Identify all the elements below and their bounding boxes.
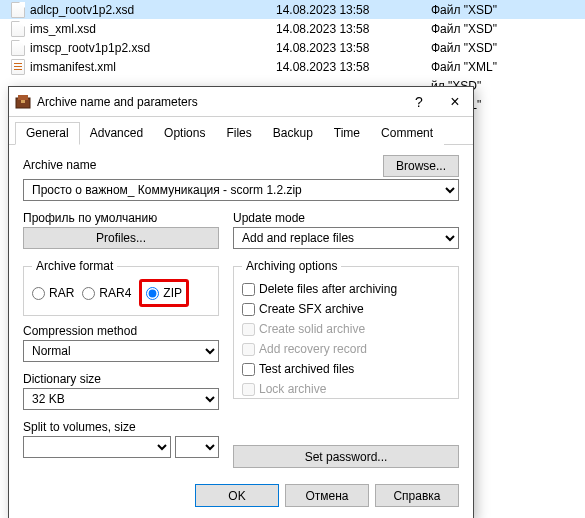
update-mode-select[interactable]: Add and replace files bbox=[233, 227, 459, 249]
file-date: 14.08.2023 13:58 bbox=[276, 22, 431, 36]
archive-dialog: Archive name and parameters ? × GeneralA… bbox=[8, 86, 474, 518]
profile-label: Профиль по умолчанию bbox=[23, 211, 219, 225]
file-type: Файл "XSD" bbox=[431, 41, 585, 55]
tab-files[interactable]: Files bbox=[215, 122, 262, 145]
opt-recovery: Add recovery record bbox=[242, 339, 450, 359]
set-password-button[interactable]: Set password... bbox=[233, 445, 459, 468]
file-type: Файл "XSD" bbox=[431, 3, 585, 17]
format-rar4[interactable]: RAR4 bbox=[82, 283, 131, 303]
split-label: Split to volumes, size bbox=[23, 420, 219, 434]
split-unit-select[interactable]: B bbox=[175, 436, 219, 458]
file-name: imsmanifest.xml bbox=[26, 60, 276, 74]
file-date: 14.08.2023 13:58 bbox=[276, 60, 431, 74]
format-rar[interactable]: RAR bbox=[32, 283, 74, 303]
profiles-button[interactable]: Profiles... bbox=[23, 227, 219, 249]
tab-comment[interactable]: Comment bbox=[370, 122, 444, 145]
format-zip-highlight: ZIP bbox=[139, 279, 189, 307]
xsd-file-icon bbox=[11, 40, 25, 56]
split-size-combo[interactable] bbox=[23, 436, 171, 458]
opt-solid: Create solid archive bbox=[242, 319, 450, 339]
svg-rect-1 bbox=[18, 95, 28, 100]
xsd-file-icon bbox=[11, 2, 25, 18]
dialog-title: Archive name and parameters bbox=[37, 95, 401, 109]
file-type: Файл "XSD" bbox=[431, 22, 585, 36]
tab-general[interactable]: General bbox=[15, 122, 80, 145]
compression-label: Compression method bbox=[23, 324, 219, 338]
opt-sfx[interactable]: Create SFX archive bbox=[242, 299, 450, 319]
file-type: Файл "XML" bbox=[431, 60, 585, 74]
dialog-footer: OK Отмена Справка bbox=[9, 474, 473, 518]
compression-select[interactable]: Normal bbox=[23, 340, 219, 362]
update-mode-label: Update mode bbox=[233, 211, 459, 225]
help-button[interactable]: ? bbox=[401, 87, 437, 116]
tab-options[interactable]: Options bbox=[153, 122, 216, 145]
xml-file-icon bbox=[11, 59, 25, 75]
xsd-file-icon bbox=[11, 21, 25, 37]
opt-test[interactable]: Test archived files bbox=[242, 359, 450, 379]
file-date: 14.08.2023 13:58 bbox=[276, 41, 431, 55]
archive-name-label: Archive name bbox=[23, 158, 96, 172]
app-icon bbox=[15, 94, 31, 110]
dictionary-select[interactable]: 32 KB bbox=[23, 388, 219, 410]
file-row[interactable]: imscp_rootv1p1p2.xsd14.08.2023 13:58Файл… bbox=[0, 38, 585, 57]
archive-format-group: Archive format RAR RAR4 ZIP bbox=[23, 259, 219, 316]
archiving-options-group: Archiving options Delete files after arc… bbox=[233, 259, 459, 399]
tab-advanced[interactable]: Advanced bbox=[79, 122, 154, 145]
cancel-button[interactable]: Отмена bbox=[285, 484, 369, 507]
file-name: adlcp_rootv1p2.xsd bbox=[26, 3, 276, 17]
dictionary-label: Dictionary size bbox=[23, 372, 219, 386]
ok-button[interactable]: OK bbox=[195, 484, 279, 507]
file-row[interactable]: adlcp_rootv1p2.xsd14.08.2023 13:58Файл "… bbox=[0, 0, 585, 19]
tab-backup[interactable]: Backup bbox=[262, 122, 324, 145]
opt-lock: Lock archive bbox=[242, 379, 450, 399]
help-footer-button[interactable]: Справка bbox=[375, 484, 459, 507]
tab-time[interactable]: Time bbox=[323, 122, 371, 145]
opt-delete[interactable]: Delete files after archiving bbox=[242, 279, 450, 299]
file-name: imscp_rootv1p1p2.xsd bbox=[26, 41, 276, 55]
file-date: 14.08.2023 13:58 bbox=[276, 3, 431, 17]
tab-strip: GeneralAdvancedOptionsFilesBackupTimeCom… bbox=[9, 117, 473, 145]
archive-format-legend: Archive format bbox=[32, 259, 117, 273]
browse-button[interactable]: Browse... bbox=[383, 155, 459, 177]
format-zip[interactable]: ZIP bbox=[146, 283, 182, 303]
title-bar: Archive name and parameters ? × bbox=[9, 87, 473, 117]
file-row[interactable]: ims_xml.xsd14.08.2023 13:58Файл "XSD" bbox=[0, 19, 585, 38]
close-button[interactable]: × bbox=[437, 87, 473, 116]
file-row[interactable]: imsmanifest.xml14.08.2023 13:58Файл "XML… bbox=[0, 57, 585, 76]
archive-path-combo[interactable]: Просто о важном_ Коммуникация - scorm 1.… bbox=[23, 179, 459, 201]
archiving-options-legend: Archiving options bbox=[242, 259, 341, 273]
svg-rect-2 bbox=[21, 100, 25, 103]
file-name: ims_xml.xsd bbox=[26, 22, 276, 36]
